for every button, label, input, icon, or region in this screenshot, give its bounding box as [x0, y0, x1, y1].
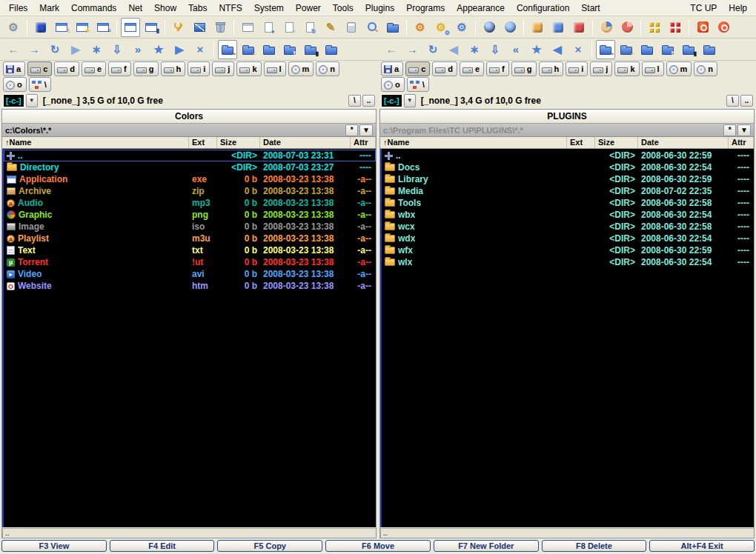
drive-network-button[interactable]: \ [29, 77, 51, 92]
pie-chart-tan-button[interactable] [597, 18, 616, 37]
drive-i-button[interactable]: i [566, 61, 588, 76]
step-back-button[interactable]: ◀ [444, 40, 463, 59]
step-into-button[interactable]: ▶ [66, 40, 85, 59]
nav-back-button[interactable]: ← [4, 40, 23, 59]
drive-o-button[interactable]: o [381, 77, 405, 92]
drive-h-button[interactable]: h [161, 61, 186, 76]
fkey-f5-copy[interactable]: F5 Copy [217, 540, 322, 552]
defrag-chart-button[interactable] [190, 18, 209, 37]
folder-open-button[interactable] [383, 18, 402, 37]
drive-g-button[interactable]: g [511, 61, 537, 76]
menu-ntfs[interactable]: NTFS [213, 1, 248, 15]
drive-i-button[interactable]: i [188, 61, 210, 76]
folder-panel-button[interactable]: ▮ [301, 40, 320, 59]
nav-forward-button[interactable]: → [24, 40, 44, 59]
drive-m-button[interactable]: m [288, 61, 314, 76]
tab-plugins[interactable]: PLUGINS [547, 111, 586, 121]
menu-programs[interactable]: Programs [400, 1, 451, 15]
folder-sync-button[interactable]: ↻ [280, 40, 299, 59]
filter-button[interactable]: * [723, 124, 736, 136]
drive-k-button[interactable]: k [614, 61, 639, 76]
menu-tc-up[interactable]: TC UP [684, 1, 723, 15]
fkey-f6-move[interactable]: F6 Move [325, 540, 431, 552]
gears-pair-button[interactable]: ⚙⚙ [431, 18, 451, 37]
grid-red-button[interactable] [666, 18, 685, 37]
file-row-library[interactable]: Library<DIR>2008-06-30 22:59---- [382, 173, 754, 185]
menu-power[interactable]: Power [290, 1, 327, 15]
menu-configuration[interactable]: Configuration [511, 1, 575, 15]
menu-help[interactable]: Help [723, 1, 753, 15]
menu-system[interactable]: System [248, 1, 290, 15]
globe-blue-button[interactable] [500, 18, 520, 37]
file-row-text[interactable]: Texttxt0 b2008-03-23 13:38-a-- [4, 244, 376, 256]
search-magnifier-button[interactable] [362, 18, 382, 37]
menu-files[interactable]: Files [3, 1, 33, 15]
path-bar-right[interactable]: c:\Program Files\TC UP\PLUGINS\*.* * ▼ [380, 124, 754, 137]
globe-dark-button[interactable] [480, 18, 499, 37]
file-row-up[interactable]: ..<DIR>2008-07-03 23:31---- [4, 150, 376, 161]
drive-selector-arrow-icon[interactable]: ▼ [26, 94, 38, 107]
fkey-f4-edit[interactable]: F4 Edit [110, 540, 215, 552]
fkey-f7-new-folder[interactable]: F7 New Folder [434, 540, 539, 552]
folder-blue-button[interactable] [259, 40, 279, 59]
drive-j-button[interactable]: j [212, 61, 234, 76]
burst-button[interactable]: ∗ [87, 40, 106, 59]
power-off-square-button[interactable] [693, 18, 712, 37]
drive-n-button[interactable]: n [316, 61, 339, 76]
filter-button[interactable]: * [345, 124, 358, 136]
drive-f-button[interactable]: f [108, 61, 131, 76]
go-play-button[interactable]: ▶ [170, 40, 189, 59]
file-row-image[interactable]: Imageiso0 b2008-03-23 13:38-a-- [4, 221, 376, 233]
drive-f-button[interactable]: f [486, 61, 509, 76]
cube-blue-button[interactable] [548, 18, 568, 37]
close-tab-button[interactable]: × [568, 40, 588, 59]
rewind-button[interactable]: « [506, 40, 525, 59]
file-row-archive[interactable]: Archivezip0 b2008-03-23 13:38-a-- [4, 185, 376, 197]
folder-save-button[interactable]: ▪ [218, 40, 237, 59]
gear-blue-button[interactable]: ⚙ [452, 18, 471, 37]
file-row-wlx[interactable]: wlx<DIR>2008-06-30 22:54---- [382, 256, 754, 268]
filter-down-button[interactable]: ⇩ [485, 40, 505, 59]
tab-colors[interactable]: Colors [175, 111, 203, 121]
options-gear-button[interactable]: ⚙ [4, 18, 23, 37]
file-row-torrent[interactable]: Torrent!ut0 b2008-03-23 13:38-a-- [4, 256, 376, 268]
menu-tabs[interactable]: Tabs [182, 1, 213, 15]
file-row-media[interactable]: Media<DIR>2008-07-02 22:35---- [382, 185, 754, 197]
drive-j-button[interactable]: j [590, 61, 612, 76]
refresh-button[interactable]: ↻ [45, 40, 64, 59]
window-frame-button[interactable] [238, 18, 257, 37]
doc-copy-button[interactable]: ▫ [279, 18, 299, 37]
drive-l-button[interactable]: l [642, 61, 664, 76]
file-row-wbx[interactable]: wbx<DIR>2008-06-30 22:54---- [382, 209, 754, 221]
drive-k-button[interactable]: k [236, 61, 261, 76]
column-header-name[interactable]: ↑Name [380, 137, 567, 148]
drive-a-button[interactable]: a [3, 61, 25, 76]
drive-a-button[interactable]: a [381, 61, 403, 76]
pie-chart-red-button[interactable] [617, 18, 637, 37]
layout-two-panels-button[interactable] [121, 18, 140, 37]
drive-o-button[interactable]: o [3, 77, 27, 92]
file-row-audio[interactable]: Audiomp30 b2008-03-23 13:38-a-- [4, 197, 376, 209]
favorites-star-button[interactable]: ★ [149, 40, 168, 59]
column-header-size[interactable]: Size [595, 137, 638, 148]
edit-pencil-button[interactable]: ✎ [321, 18, 340, 37]
folder-picture-button[interactable]: ▫ [322, 40, 341, 59]
folder-sync-button[interactable]: ↻ [658, 40, 677, 59]
menu-tools[interactable]: Tools [327, 1, 359, 15]
nav-forward-button[interactable]: → [402, 40, 422, 59]
file-row-wfx[interactable]: wfx<DIR>2008-06-30 22:59---- [382, 244, 754, 256]
file-row-up[interactable]: ..<DIR>2008-06-30 22:59---- [382, 150, 754, 161]
doc-refresh-button[interactable]: ↻ [300, 18, 319, 37]
column-header-ext[interactable]: Ext [567, 137, 595, 148]
control-panel-button[interactable] [31, 18, 50, 37]
column-header-attr[interactable]: Attr [729, 137, 754, 148]
drive-n-button[interactable]: n [694, 61, 717, 76]
parent-dir-button[interactable]: .. [740, 95, 753, 107]
cube-orange-button[interactable] [528, 18, 547, 37]
drive-m-button[interactable]: m [666, 61, 692, 76]
drive-g-button[interactable]: g [133, 61, 159, 76]
root-dir-button[interactable]: \ [348, 95, 361, 107]
column-header-name[interactable]: ↑Name [2, 137, 189, 148]
folder-panel-button[interactable]: ▮ [679, 40, 698, 59]
folder-new-button[interactable]: + [617, 40, 636, 59]
